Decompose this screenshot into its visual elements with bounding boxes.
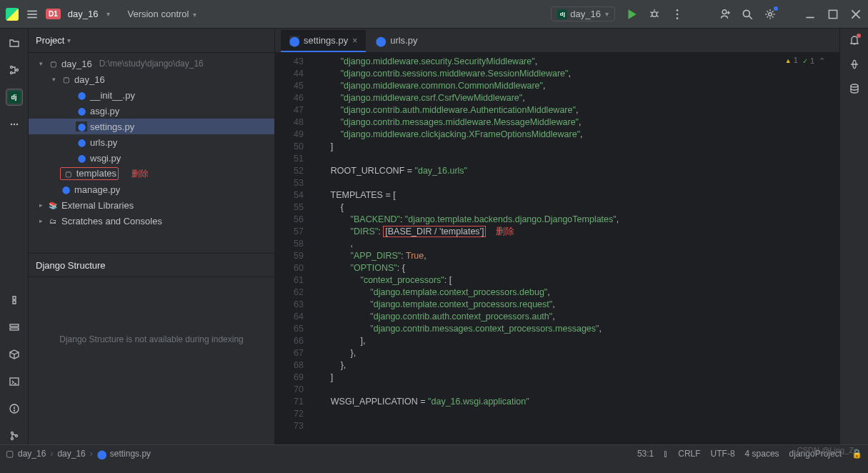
project-name[interactable]: day_16: [68, 9, 99, 19]
structure-icon[interactable]: [6, 61, 23, 79]
svg-rect-30: [10, 328, 19, 330]
svg-rect-29: [10, 324, 19, 327]
title-bar: D1 day_16▾ Version control ▾ djday_16▾: [0, 0, 868, 29]
svg-point-10: [677, 9, 679, 11]
inspection-hints[interactable]: 11⌃: [785, 54, 825, 67]
bell-icon[interactable]: [849, 34, 860, 49]
project-badge: D1: [46, 9, 61, 19]
folder-icon[interactable]: [6, 34, 23, 51]
django-icon[interactable]: dj: [6, 89, 23, 106]
editor: ⬤settings.py× ⬤urls.py 43444546474849505…: [275, 29, 839, 444]
debug-icon[interactable]: [648, 8, 661, 21]
tree-file[interactable]: ⬤wsgi.py: [29, 150, 274, 166]
tree-file[interactable]: ⬤asgi.py: [29, 103, 274, 119]
indent-guide-icon[interactable]: ⫿: [664, 449, 668, 459]
svg-point-35: [11, 432, 13, 434]
svg-point-36: [11, 438, 13, 440]
close-icon[interactable]: ×: [352, 36, 357, 46]
tree-root[interactable]: ▾▢day_16D:\me\study\django\day_16: [29, 56, 274, 71]
database-icon[interactable]: [849, 83, 860, 97]
python-console-icon[interactable]: [6, 292, 23, 309]
tree-dir[interactable]: ▾▢day_16: [29, 71, 274, 87]
gutter: 4344454647484950515253545556575859606162…: [275, 53, 311, 444]
project-panel-header[interactable]: Project ▾: [29, 29, 274, 53]
django-panel-msg: Django Structure is not available during…: [29, 277, 274, 402]
svg-point-4: [652, 11, 657, 16]
tab-settings[interactable]: ⬤settings.py×: [281, 30, 366, 52]
more-tools-icon[interactable]: [6, 116, 23, 133]
svg-point-12: [677, 17, 679, 19]
svg-point-34: [14, 411, 14, 412]
packages-icon[interactable]: [6, 346, 23, 363]
right-tool-strip: [839, 29, 868, 444]
svg-point-28: [16, 124, 17, 125]
svg-line-8: [650, 16, 652, 16]
svg-line-6: [650, 11, 652, 12]
project-sidebar: Project ▾ ▾▢day_16D:\me\study\django\day…: [29, 29, 275, 444]
run-config[interactable]: djday_16▾: [551, 6, 615, 21]
indent[interactable]: 4 spaces: [745, 449, 779, 459]
svg-line-9: [657, 16, 658, 16]
tree-external[interactable]: ▸📚External Libraries: [29, 197, 274, 213]
tree-templates[interactable]: ▢ templates删除: [29, 166, 274, 181]
close-icon[interactable]: [849, 8, 862, 21]
minimize-icon[interactable]: [804, 8, 817, 21]
terminal-icon[interactable]: [6, 373, 23, 390]
svg-rect-20: [829, 10, 837, 18]
run-icon[interactable]: [625, 8, 638, 21]
svg-point-11: [677, 13, 679, 15]
svg-point-23: [10, 66, 12, 69]
hamburger-icon[interactable]: [26, 8, 39, 21]
svg-line-7: [657, 11, 658, 12]
svg-point-27: [13, 124, 14, 125]
tab-urls[interactable]: ⬤urls.py: [367, 30, 426, 52]
svg-point-13: [722, 9, 727, 14]
svg-point-16: [743, 10, 749, 16]
services-icon[interactable]: [6, 319, 23, 336]
watermark: CSDN @Ling_Ze: [797, 446, 858, 454]
ai-icon[interactable]: [849, 59, 860, 73]
svg-point-24: [10, 72, 12, 74]
editor-tabs: ⬤settings.py× ⬤urls.py: [275, 29, 839, 53]
vcs-menu[interactable]: Version control ▾: [127, 9, 196, 19]
code-content[interactable]: 11⌃ "django.middleware.security.Security…: [311, 53, 839, 444]
project-tree[interactable]: ▾▢day_16D:\me\study\django\day_16 ▾▢day_…: [29, 53, 274, 231]
svg-point-18: [769, 12, 772, 16]
svg-line-17: [749, 16, 752, 19]
status-bar: ▢ day_16› day_16› ⬤settings.py 53:1 ⫿ CR…: [0, 444, 868, 462]
maximize-icon[interactable]: [827, 8, 839, 21]
code-with-me-icon[interactable]: [718, 8, 731, 21]
svg-marker-3: [629, 9, 637, 19]
tree-file[interactable]: ⬤urls.py: [29, 134, 274, 150]
svg-point-26: [10, 124, 11, 125]
search-icon[interactable]: [741, 8, 754, 21]
left-tool-strip: dj: [0, 29, 29, 444]
git-icon[interactable]: [6, 427, 23, 444]
settings-icon[interactable]: [764, 8, 777, 21]
code-area[interactable]: 4344454647484950515253545556575859606162…: [275, 53, 839, 444]
svg-point-38: [851, 84, 858, 87]
problems-icon[interactable]: [6, 400, 23, 417]
tree-file[interactable]: ⬤__init__.py: [29, 87, 274, 103]
line-sep[interactable]: CRLF: [678, 449, 700, 459]
encoding[interactable]: UTF-8: [711, 449, 735, 459]
tree-manage[interactable]: ⬤manage.py: [29, 181, 274, 197]
django-panel-header[interactable]: Django Structure: [29, 253, 274, 277]
chevron-down-icon: ▾: [106, 10, 110, 18]
caret-pos[interactable]: 53:1: [637, 449, 654, 459]
more-icon[interactable]: [671, 8, 684, 21]
tree-scratch[interactable]: ▸🗂Scratches and Consoles: [29, 213, 274, 229]
breadcrumb[interactable]: day_16› day_16› ⬤settings.py: [18, 449, 151, 459]
tree-file[interactable]: ⬤settings.py: [29, 119, 274, 134]
app-logo: [6, 8, 19, 21]
